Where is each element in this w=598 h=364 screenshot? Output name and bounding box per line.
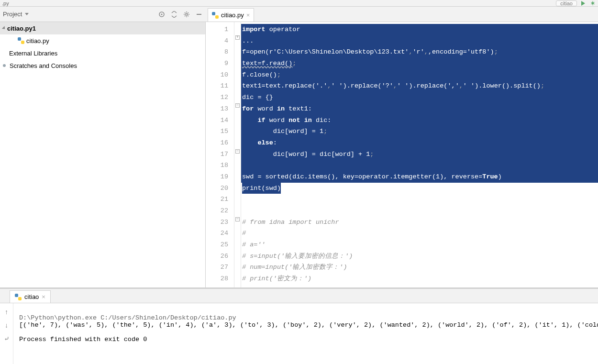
close-icon[interactable]: × [246,11,250,19]
run-tool-window: citiao × ↑ ↓ ⤶ D:\Python\python.exe C:/U… [0,287,598,364]
editor-tab-label: citiao.py [221,11,244,19]
locate-icon[interactable] [158,11,166,18]
console-stdout: [('he', 7), ('was', 5), ('the', 5), ('in… [19,321,598,329]
expand-all-icon[interactable] [170,11,178,18]
chevron-down-icon [25,13,29,15]
soft-wrap-icon[interactable]: ⤶ [4,335,10,342]
line-number: 9 [206,58,228,69]
line-number: 25 [206,239,228,251]
fold-toggle-icon[interactable]: − [235,149,240,154]
line-number: 26 [206,251,228,262]
project-view-selector[interactable]: Project [3,11,29,18]
arrow-down-icon[interactable]: ↓ [5,321,8,329]
python-file-icon [15,294,22,300]
title-bar-text: .py [2,0,9,6]
tree-label: citiao.py [26,37,49,44]
line-number: 11 [206,80,228,92]
line-number: 23 [206,217,228,228]
run-gutter: ↑ ↓ ⤶ [0,303,13,364]
python-file-icon [212,12,219,19]
tree-label: External Libraries [9,50,57,57]
line-number: 16 [206,137,228,149]
line-number: 1 [206,24,228,35]
tree-scratches[interactable]: Scratches and Consoles [0,59,205,72]
fold-toggle-icon[interactable]: − [235,217,240,221]
minimize-icon[interactable] [195,11,203,18]
run-tab-label: citiao [24,293,39,300]
line-number: 28 [206,273,228,285]
line-number: 10 [206,69,228,81]
console-exit: Process finished with exit code 0 [19,336,147,343]
tree-module-root[interactable]: citiao.py1 [0,22,205,34]
line-number: 19 [206,171,228,183]
tree-label: Scratches and Consoles [10,62,77,69]
editor-tab[interactable]: citiao.py × [208,8,254,22]
line-number: 22 [206,205,228,217]
editor-tabs: citiao.py × [206,7,598,22]
line-number: 8 [206,46,228,58]
line-number: 17 [206,149,228,160]
run-config-selector[interactable]: citiao [556,0,577,6]
line-number: 21 [206,194,228,205]
line-number: 24 [206,228,228,239]
close-icon[interactable]: × [42,293,45,300]
scratch-icon [3,64,6,67]
gutter: 1 4 8 9 10 11 12 13 14 15 16 17 18 19 20… [206,22,234,287]
debug-icon[interactable]: ✶ [589,0,596,7]
line-number: 15 [206,126,228,137]
python-file-icon [18,37,24,44]
line-number: 12 [206,92,228,103]
svg-point-2 [186,13,188,15]
fold-toggle-icon[interactable]: − [235,103,240,108]
editor[interactable]: 1 4 8 9 10 11 12 13 14 15 16 17 18 19 20… [206,22,598,287]
line-number: 4 [206,35,228,47]
svg-rect-3 [197,14,201,15]
project-label-text: Project [3,11,22,18]
fold-ribbon: + − − − [234,22,241,287]
code-area[interactable]: import operator ... f=open(r'C:\Users\Sh… [241,22,598,287]
tree-label: citiao.py1 [7,25,36,32]
tree-file[interactable]: citiao.py [0,34,205,47]
expand-arrow-icon[interactable] [2,26,6,30]
arrow-up-icon[interactable]: ↑ [5,308,8,316]
gear-icon[interactable] [183,11,190,18]
line-number: 20 [206,183,228,194]
console-output[interactable]: D:\Python\python.exe C:/Users/Shinelon/D… [13,303,598,364]
fold-toggle-icon[interactable]: + [235,35,240,40]
run-tab[interactable]: citiao × [10,290,51,303]
project-tree[interactable]: citiao.py1 citiao.py External Libraries … [0,22,206,287]
title-bar: .py citiao ✶ [0,0,598,7]
tree-external-libraries[interactable]: External Libraries [0,47,205,59]
line-number: 13 [206,103,228,115]
line-number: 14 [206,115,228,126]
line-number: 18 [206,160,228,171]
svg-point-1 [161,13,163,15]
console-cmd: D:\Python\python.exe C:/Users/Shinelon/D… [19,314,236,321]
run-icon[interactable] [580,0,587,7]
line-number: 27 [206,262,228,273]
